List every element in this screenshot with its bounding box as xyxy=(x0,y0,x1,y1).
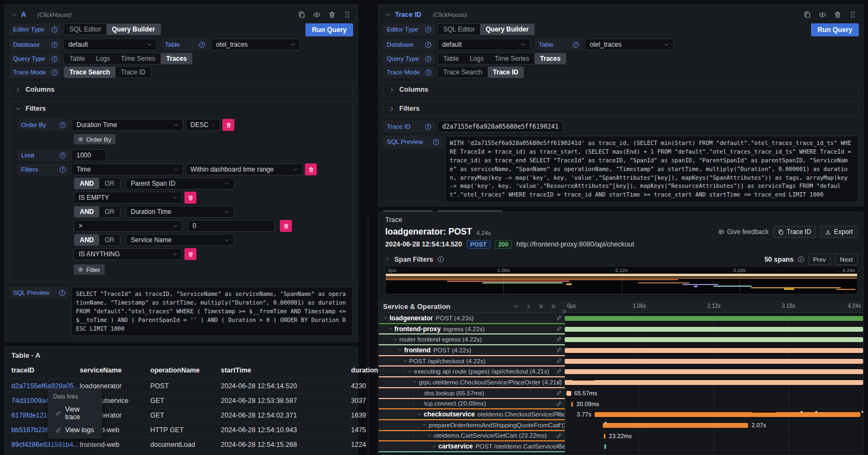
trace-id-input[interactable] xyxy=(437,121,563,132)
query-builder-button[interactable]: Query Builder xyxy=(106,24,160,35)
info-icon[interactable]: i xyxy=(60,122,66,128)
filter-field-select[interactable]: Time xyxy=(72,163,183,175)
remove-condition-button[interactable] xyxy=(184,192,196,204)
view-logs-link[interactable]: View logs xyxy=(48,424,102,437)
trace-id-link[interactable]: 89cf4286e631591b4... xyxy=(11,441,80,448)
view-trace-link[interactable]: View trace xyxy=(48,403,102,424)
info-icon[interactable]: i xyxy=(798,256,804,262)
remove-order-by-button[interactable] xyxy=(222,119,234,131)
span-label-cell[interactable]: tcp.connect (20.09ms) xyxy=(379,399,565,410)
grip-icon[interactable] xyxy=(343,11,351,18)
trace-minimap[interactable]: 0μs1.06s2.12s3.18s4.24s xyxy=(385,266,858,294)
run-query-button[interactable]: Run Query xyxy=(305,23,353,36)
query-type-table[interactable]: Table xyxy=(64,53,91,64)
span-label-cell[interactable]: frontendPOST (4.22s) xyxy=(379,345,565,356)
span-bar[interactable] xyxy=(565,369,863,374)
span-label-cell[interactable]: prepareOrderItemsAndShippingQuoteFromCar… xyxy=(379,420,565,431)
span-label-cell[interactable]: router frontend egress (4.22s) xyxy=(379,334,565,345)
give-feedback-button[interactable]: Give feedback xyxy=(718,228,769,236)
condition-field-select[interactable]: Service Name xyxy=(126,234,234,246)
info-icon[interactable]: i xyxy=(52,69,58,75)
export-button[interactable]: Export xyxy=(820,226,858,238)
eye-icon[interactable] xyxy=(313,11,321,18)
column-header-startTime[interactable]: startTime xyxy=(221,366,351,374)
link-icon[interactable] xyxy=(556,411,562,417)
link-icon[interactable] xyxy=(556,347,562,353)
next-button[interactable]: Next xyxy=(835,254,858,265)
condition-op-select[interactable]: > xyxy=(74,220,182,232)
remove-condition-button[interactable] xyxy=(184,248,196,260)
chevron-down-icon[interactable] xyxy=(427,433,432,438)
and-button[interactable]: AND xyxy=(74,235,99,245)
chevron-down-icon[interactable] xyxy=(388,326,393,331)
query-type-time-series[interactable]: Time Series xyxy=(116,53,161,64)
query-type-traces[interactable]: Traces xyxy=(161,53,192,64)
chevron-down-icon[interactable] xyxy=(393,337,398,342)
order-by-field-select[interactable]: Duration Time xyxy=(72,119,183,131)
query-type-logs[interactable]: Logs xyxy=(91,53,116,64)
remove-condition-button[interactable] xyxy=(280,220,292,232)
span-label-cell[interactable]: cartservicePOST /oteldemo.CartService/Ge… xyxy=(379,441,565,452)
chevron-down-icon[interactable] xyxy=(383,315,388,320)
column-header-serviceName[interactable]: serviceName xyxy=(80,366,150,374)
order-by-dir-select[interactable]: DESC xyxy=(186,119,220,131)
condition-field-select[interactable]: Duration Time xyxy=(126,206,234,218)
span-bar[interactable] xyxy=(565,316,863,321)
info-icon[interactable]: i xyxy=(59,290,65,296)
query-type-logs[interactable]: Logs xyxy=(464,53,489,64)
condition-value-input[interactable] xyxy=(188,220,275,232)
span-label-cell[interactable]: grpc.oteldemo.CheckoutService/PlaceOrder… xyxy=(379,377,565,388)
link-icon[interactable] xyxy=(556,443,562,449)
info-icon[interactable]: i xyxy=(425,27,431,33)
chevron-down-icon[interactable] xyxy=(417,412,422,417)
link-icon[interactable] xyxy=(556,368,562,374)
span-label-cell[interactable]: POST /api/checkout (4.22s) xyxy=(379,356,565,367)
filters-toggle[interactable]: Filters xyxy=(10,102,353,116)
span-bar[interactable] xyxy=(604,444,606,449)
trace-search-button[interactable]: Trace Search xyxy=(438,67,488,78)
span-label-cell[interactable]: loadgeneratorPOST (4.23s) xyxy=(379,313,565,324)
link-icon[interactable] xyxy=(556,358,562,364)
collapse-query-icon[interactable] xyxy=(385,12,391,18)
columns-toggle[interactable]: Columns xyxy=(10,83,353,97)
span-bar[interactable] xyxy=(565,380,863,385)
table-select[interactable]: otel_traces xyxy=(585,39,674,50)
condition-op-select[interactable]: IS ANYTHING xyxy=(74,248,182,260)
chevron-down-icon[interactable] xyxy=(412,380,417,384)
span-bar[interactable] xyxy=(565,359,863,364)
chevron-right-icon[interactable] xyxy=(526,304,532,309)
link-icon[interactable] xyxy=(556,433,562,439)
info-icon[interactable]: i xyxy=(438,256,444,262)
condition-field-select[interactable]: Parent Span ID xyxy=(126,178,234,189)
query-type-traces[interactable]: Traces xyxy=(534,53,566,64)
trace-id-button[interactable]: Trace ID xyxy=(488,67,524,78)
chevron-down-icon[interactable] xyxy=(513,304,519,309)
trace-id-button[interactable]: Trace ID xyxy=(116,67,151,78)
or-button[interactable]: OR xyxy=(99,178,120,189)
column-header-duration[interactable]: duration xyxy=(351,366,379,374)
table-select[interactable]: otel_traces xyxy=(211,39,300,50)
link-icon[interactable] xyxy=(556,401,562,407)
info-icon[interactable]: i xyxy=(52,56,58,62)
chevron-right-icon[interactable] xyxy=(385,257,390,262)
link-icon[interactable] xyxy=(556,422,562,428)
span-bar[interactable] xyxy=(603,423,748,428)
link-icon[interactable] xyxy=(556,390,562,396)
add-filter-button[interactable]: Filter xyxy=(74,264,105,275)
trace-id-copy-button[interactable]: Trace ID xyxy=(773,226,816,238)
info-icon[interactable]: i xyxy=(425,124,431,130)
info-icon[interactable]: i xyxy=(60,167,66,173)
span-label-cell[interactable]: frontend-proxyingress (4.22s) xyxy=(379,324,565,335)
and-button[interactable]: AND xyxy=(74,206,99,217)
link-icon[interactable] xyxy=(556,336,562,342)
chevron-down-icon[interactable] xyxy=(407,369,412,374)
condition-op-select[interactable]: IS EMPTY xyxy=(74,192,182,204)
link-icon[interactable] xyxy=(556,315,562,321)
database-select[interactable]: default xyxy=(63,39,157,50)
and-button[interactable]: AND xyxy=(74,178,99,189)
query-type-time-series[interactable]: Time Series xyxy=(489,53,535,64)
span-bar[interactable] xyxy=(595,412,860,417)
remove-filter-button[interactable] xyxy=(305,163,317,175)
link-icon[interactable] xyxy=(556,379,562,385)
span-label-cell[interactable]: oteldemo.CartService/GetCart (23.22ms) xyxy=(379,431,565,442)
